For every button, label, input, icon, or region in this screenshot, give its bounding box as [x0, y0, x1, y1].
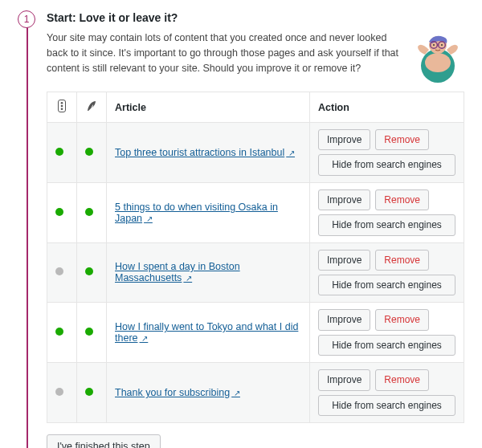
improve-button[interactable]: Improve — [318, 250, 370, 271]
article-title: How I spent a day in Boston Massachusett… — [115, 261, 240, 283]
table-row: How I finally went to Tokyo and what I d… — [47, 303, 464, 363]
hide-from-search-button[interactable]: Hide from search engines — [318, 335, 455, 356]
action-cell: ImproveRemoveHide from search engines — [310, 303, 464, 363]
table-row: Thank you for subscribing ↗ImproveRemove… — [47, 363, 464, 423]
traffic-light-icon — [55, 100, 68, 112]
external-link-icon: ↗ — [183, 274, 192, 283]
col-action-header: Action — [310, 92, 464, 123]
article-title: Top three tourist attractions in Istanbu… — [115, 147, 284, 158]
col-readability-indicator — [77, 92, 107, 123]
article-cell: Thank you for subscribing ↗ — [107, 363, 310, 423]
table-row: How I spent a day in Boston Massachusett… — [47, 242, 464, 303]
content-audit-table: Article Action Top three tourist attract… — [47, 92, 464, 423]
remove-button[interactable]: Remove — [375, 250, 429, 271]
improve-button[interactable]: Improve — [318, 189, 370, 210]
external-link-icon: ↗ — [231, 389, 240, 397]
remove-button[interactable]: Remove — [375, 189, 429, 210]
article-link[interactable]: How I spent a day in Boston Massachusett… — [115, 261, 240, 283]
readability-indicator-cell — [77, 123, 107, 183]
feather-icon — [85, 100, 98, 112]
hide-from-search-button[interactable]: Hide from search engines — [318, 214, 455, 235]
remove-button[interactable]: Remove — [375, 309, 429, 330]
article-title: Thank you for subscribing — [115, 387, 230, 398]
readability-score-dot — [85, 388, 93, 396]
step-timeline-line — [27, 27, 28, 448]
article-title: 5 things to do when visiting Osaka in Ja… — [115, 202, 278, 224]
readability-score-dot — [85, 267, 93, 275]
table-row: Top three tourist attractions in Istanbu… — [47, 123, 464, 183]
seo-score-dot — [55, 208, 63, 216]
svg-point-11 — [61, 105, 63, 108]
svg-point-7 — [433, 44, 435, 46]
readability-score-dot — [85, 328, 93, 336]
article-cell: Top three tourist attractions in Istanbu… — [107, 123, 310, 183]
seo-indicator-cell — [47, 242, 77, 303]
seo-score-dot — [55, 388, 63, 396]
external-link-icon: ↗ — [286, 149, 295, 157]
readability-indicator-cell — [77, 303, 107, 363]
article-link[interactable]: How I finally went to Tokyo and what I d… — [115, 321, 298, 344]
remove-button[interactable]: Remove — [375, 369, 429, 390]
seo-indicator-cell — [47, 182, 77, 242]
step-title: Start: Love it or leave it? — [47, 11, 464, 24]
readability-score-dot — [85, 208, 93, 216]
remove-button[interactable]: Remove — [375, 129, 429, 150]
col-article-header: Article — [107, 92, 310, 123]
svg-rect-2 — [430, 55, 446, 66]
external-link-icon: ↗ — [140, 334, 149, 343]
article-link[interactable]: 5 things to do when visiting Osaka in Ja… — [115, 202, 278, 224]
seo-score-dot — [55, 148, 63, 156]
readability-indicator-cell — [77, 363, 107, 423]
step-intro-text: Your site may contain lots of content th… — [47, 31, 400, 75]
seo-indicator-cell — [47, 363, 77, 423]
article-link[interactable]: Thank you for subscribing ↗ — [115, 387, 240, 398]
col-seo-indicator — [47, 92, 77, 123]
svg-point-8 — [441, 44, 443, 46]
readability-indicator-cell — [77, 242, 107, 303]
step-number-badge: 1 — [18, 10, 35, 28]
finish-step-button[interactable]: I've finished this step — [47, 434, 161, 448]
improve-button[interactable]: Improve — [318, 369, 370, 390]
seo-score-dot — [55, 328, 63, 336]
article-cell: How I spent a day in Boston Massachusett… — [107, 242, 310, 303]
article-link[interactable]: Top three tourist attractions in Istanbu… — [115, 147, 295, 158]
improve-button[interactable]: Improve — [318, 309, 370, 330]
svg-point-12 — [61, 108, 63, 110]
seo-indicator-cell — [47, 123, 77, 183]
seo-score-dot — [55, 267, 63, 275]
improve-button[interactable]: Improve — [318, 129, 370, 150]
external-link-icon: ↗ — [144, 214, 153, 223]
action-cell: ImproveRemoveHide from search engines — [310, 363, 464, 423]
action-cell: ImproveRemoveHide from search engines — [310, 123, 464, 183]
hide-from-search-button[interactable]: Hide from search engines — [318, 154, 455, 175]
action-cell: ImproveRemoveHide from search engines — [310, 182, 464, 242]
seo-indicator-cell — [47, 303, 77, 363]
readability-score-dot — [85, 148, 93, 156]
article-cell: 5 things to do when visiting Osaka in Ja… — [107, 182, 310, 242]
table-row: 5 things to do when visiting Osaka in Ja… — [47, 182, 464, 242]
mascot-illustration — [411, 31, 464, 83]
article-cell: How I finally went to Tokyo and what I d… — [107, 303, 310, 363]
readability-indicator-cell — [77, 182, 107, 242]
hide-from-search-button[interactable]: Hide from search engines — [318, 275, 455, 295]
svg-point-10 — [61, 102, 63, 104]
action-cell: ImproveRemoveHide from search engines — [310, 242, 464, 303]
hide-from-search-button[interactable]: Hide from search engines — [318, 395, 455, 416]
